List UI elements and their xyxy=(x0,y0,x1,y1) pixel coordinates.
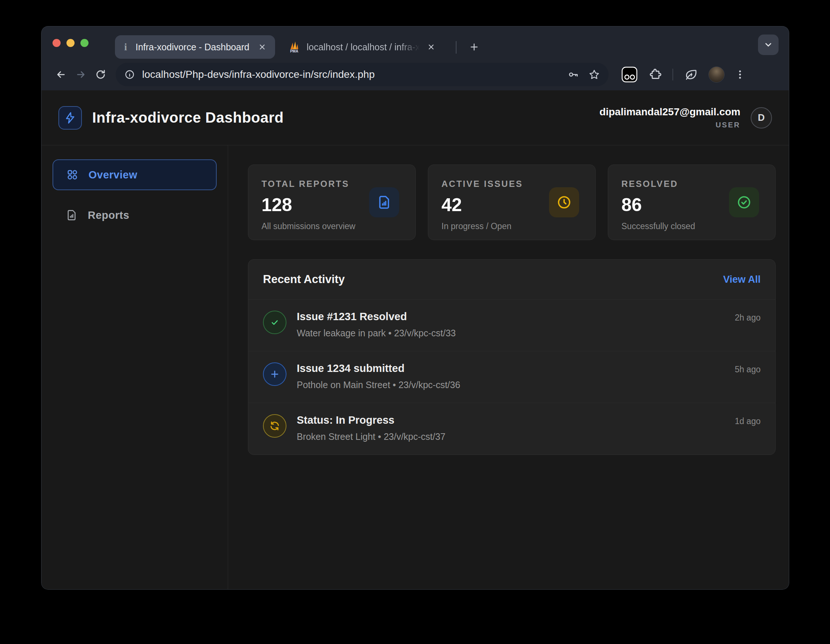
file-chart-icon xyxy=(66,209,78,221)
recent-activity-title: Recent Activity xyxy=(263,273,345,286)
activity-detail: Pothole on Main Street • 23/v/kpc-cst/36 xyxy=(297,380,735,390)
browser-profile-avatar[interactable] xyxy=(708,66,725,82)
activity-detail: Broken Street Light • 23/v/kpc-cst/37 xyxy=(297,431,735,442)
zoom-window-button[interactable] xyxy=(81,39,89,47)
activity-title: Status: In Progress xyxy=(297,414,735,426)
view-all-link[interactable]: View All xyxy=(723,274,760,285)
activity-row-in-progress[interactable]: Status: In Progress Broken Street Light … xyxy=(248,403,775,454)
sidebar: Overview Reports xyxy=(41,146,228,589)
clock-icon xyxy=(549,187,579,217)
tab-strip: i Infra-xodivorce - Dashboard PMA localh… xyxy=(41,27,789,59)
user-role-badge: USER xyxy=(599,121,740,129)
user-info: dipalimandal257@gmail.com USER xyxy=(599,106,740,129)
bookmark-star-icon[interactable] xyxy=(589,69,600,80)
recent-activity-card: Recent Activity View All Issue #1231 Res… xyxy=(248,259,776,455)
page-title: Infra-xodivorce Dashboard xyxy=(92,109,284,126)
refresh-icon xyxy=(263,414,287,438)
stat-subtext: Successfully closed xyxy=(621,222,762,231)
forward-button[interactable] xyxy=(71,65,91,84)
activity-texts: Status: In Progress Broken Street Light … xyxy=(297,414,735,442)
check-icon xyxy=(263,311,287,334)
activity-title: Issue 1234 submitted xyxy=(297,362,735,375)
stat-card-active-issues: ACTIVE ISSUES 42 In progress / Open xyxy=(428,165,596,240)
site-info-icon[interactable] xyxy=(125,70,135,80)
password-manager-icon[interactable] xyxy=(567,69,579,81)
back-button[interactable] xyxy=(51,65,71,84)
stat-cards: TOTAL REPORTS 128 All submissions overvi… xyxy=(248,165,776,240)
user-avatar[interactable]: D xyxy=(751,107,772,128)
stat-card-resolved: RESOLVED 86 Successfully closed xyxy=(608,165,776,240)
stat-card-total-reports: TOTAL REPORTS 128 All submissions overvi… xyxy=(248,165,416,240)
toolbar-divider xyxy=(672,69,673,81)
svg-text:PMA: PMA xyxy=(290,49,298,53)
activity-timestamp: 5h ago xyxy=(735,362,760,375)
tab-title: localhost / localhost / infra-xo xyxy=(307,42,422,52)
tab-phpmyadmin[interactable]: PMA localhost / localhost / infra-xo xyxy=(281,35,444,59)
url-text[interactable]: localhost/Php-devs/infra-xodivorce-in/sr… xyxy=(142,69,558,81)
close-tab-icon[interactable] xyxy=(425,41,437,53)
close-tab-icon[interactable] xyxy=(256,41,268,53)
extension-two-dots-icon[interactable] xyxy=(621,66,638,83)
main-area: TOTAL REPORTS 128 All submissions overvi… xyxy=(228,146,789,589)
browser-menu-icon[interactable] xyxy=(733,69,748,80)
reload-button[interactable] xyxy=(91,65,111,84)
minimize-window-button[interactable] xyxy=(67,39,74,47)
activity-detail: Water leakage in park • 23/v/kpc-cst/33 xyxy=(297,328,735,339)
app-header: Infra-xodivorce Dashboard dipalimandal25… xyxy=(41,90,789,146)
activity-timestamp: 1d ago xyxy=(735,414,760,426)
performance-leaf-icon[interactable] xyxy=(684,68,698,82)
sidebar-item-reports[interactable]: Reports xyxy=(52,200,217,231)
check-circle-icon xyxy=(729,187,759,217)
new-tab-button[interactable] xyxy=(464,38,484,57)
tab-title: Infra-xodivorce - Dashboard xyxy=(136,42,253,52)
activity-title: Issue #1231 Resolved xyxy=(297,311,735,323)
close-window-button[interactable] xyxy=(52,39,60,47)
stat-subtext: All submissions overview xyxy=(261,222,402,231)
sidebar-item-label: Overview xyxy=(89,169,137,181)
sidebar-item-overview[interactable]: Overview xyxy=(52,159,217,190)
dashboard-favicon-icon: i xyxy=(122,41,130,53)
tab-search-button[interactable] xyxy=(758,35,779,55)
plus-icon xyxy=(263,362,287,386)
file-chart-icon xyxy=(369,187,399,217)
page-content: Infra-xodivorce Dashboard dipalimandal25… xyxy=(41,90,789,589)
browser-toolbar: localhost/Php-devs/infra-xodivorce-in/sr… xyxy=(41,59,789,90)
sidebar-item-label: Reports xyxy=(88,209,129,222)
phpmyadmin-favicon-icon: PMA xyxy=(288,40,301,54)
activity-row-resolved[interactable]: Issue #1231 Resolved Water leakage in pa… xyxy=(248,299,775,351)
activity-texts: Issue 1234 submitted Pothole on Main Str… xyxy=(297,362,735,390)
window-controls xyxy=(52,39,89,47)
activity-timestamp: 2h ago xyxy=(735,311,760,323)
tab-dashboard[interactable]: i Infra-xodivorce - Dashboard xyxy=(115,35,275,59)
app-logo xyxy=(59,106,82,130)
user-email: dipalimandal257@gmail.com xyxy=(599,106,740,118)
browser-window: i Infra-xodivorce - Dashboard PMA localh… xyxy=(41,27,789,589)
activity-texts: Issue #1231 Resolved Water leakage in pa… xyxy=(297,311,735,339)
recent-activity-header: Recent Activity View All xyxy=(248,259,775,299)
grid-icon xyxy=(67,169,78,180)
activity-row-submitted[interactable]: Issue 1234 submitted Pothole on Main Str… xyxy=(248,351,775,403)
extensions-puzzle-icon[interactable] xyxy=(649,68,662,81)
stat-subtext: In progress / Open xyxy=(442,222,582,231)
address-bar[interactable]: localhost/Php-devs/infra-xodivorce-in/sr… xyxy=(116,63,608,86)
tab-divider xyxy=(456,41,456,54)
